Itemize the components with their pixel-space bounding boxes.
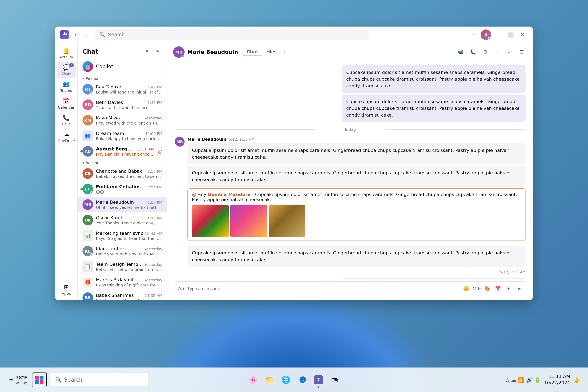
chat-item-oscar[interactable]: OK Oscar Krogh 11:02 AM You: Thanks! Hav… <box>78 212 167 228</box>
screen-share-button[interactable]: 🖥 <box>480 47 490 57</box>
tab-files[interactable]: Files <box>262 48 280 56</box>
systray-volume[interactable]: 🔊 <box>526 377 533 383</box>
taskbar-app-browser[interactable]: 🌐 <box>278 372 293 387</box>
format-button[interactable]: Aa <box>176 284 186 293</box>
chat-header: MB Marie Beaudouin Chat Files + 📹 📞 🖥 ⋯ … <box>168 43 533 61</box>
status-dot-ray <box>90 92 93 94</box>
systray: ∧ ☁ 📶 🔊 🔋 <box>506 377 541 383</box>
chat-item-ray[interactable]: RT Ray Tanaka 1:47 PM Louisa will send t… <box>78 82 167 97</box>
onedrive-icon: ☁ <box>64 131 69 138</box>
new-chat-button[interactable]: ✏ <box>153 47 162 56</box>
msg-avatar-m3: MB <box>175 137 184 146</box>
chat-preview-kian: Have you run this by Beth? Mak... <box>96 252 162 256</box>
taskbar-app-store[interactable]: 🛍 <box>328 372 342 387</box>
chat-preview-marketing: Kayo: So glad to hear that the r... <box>96 236 162 241</box>
search-input[interactable] <box>108 32 365 38</box>
tab-chat[interactable]: Chat <box>242 48 262 56</box>
taskbar-time[interactable]: 11:11 AM 10/22/2024 <box>544 374 570 386</box>
chat-item-marie[interactable]: MB Marie Beaudouin 1:00 PM Ohhh I see, y… <box>78 197 167 212</box>
msg-para-2: Cupcake ipsum dolor sit amet muffin sesa… <box>188 166 526 186</box>
chat-item-august[interactable]: AB August Bergman 11:18 AM Hey Daniela, … <box>78 144 167 159</box>
sidebar-item-teams[interactable]: 👥 Teams <box>56 79 76 95</box>
outgoing-messages-top: Cupcake ipsum dolor sit amet muffin sesa… <box>342 65 526 122</box>
more-options-button[interactable]: ⋯ <box>468 30 479 40</box>
chat-info-emiliano: Emiliano Ceballos 1:55 PM 😊😊 <box>96 184 162 194</box>
forward-button[interactable]: › <box>82 30 92 40</box>
sidebar-item-calendar[interactable]: 📅 Calendar <box>56 96 76 112</box>
chat-item-team-design[interactable]: 📋 Team Design Template Yesterday Reta: L… <box>78 259 167 274</box>
chat-list-header: Chat ≡ ✏ <box>78 43 167 58</box>
sidebar-item-chat[interactable]: 2 💬 Chat <box>56 62 76 78</box>
taskbar-search-label: Search <box>64 377 82 383</box>
chat-item-charlotte[interactable]: CB Charlotte and Babak 1:58 PM Babak: I … <box>78 166 167 181</box>
more-chat-options[interactable]: ⋯ <box>492 47 503 57</box>
close-button[interactable]: ✕ <box>517 30 528 40</box>
add-tab-button[interactable]: + <box>280 48 289 56</box>
chat-name-kian: Kian Lambert <box>96 246 126 251</box>
chat-item-marketing[interactable]: 📊 Marketing team sync 10:43 AM Kayo: So … <box>78 228 167 243</box>
chat-preview-beth: Thanks, that would be nice. <box>96 105 162 110</box>
chat-item-emiliano[interactable]: EC Emiliano Ceballos 1:55 PM 😊😊 <box>78 181 167 197</box>
user-avatar[interactable]: U <box>480 30 491 40</box>
chat-preview-emiliano: 😊😊 <box>96 190 162 194</box>
attach-button[interactable]: + <box>504 284 513 293</box>
chat-time-august: 11:18 AM <box>137 147 154 151</box>
weather-widget: ☀️ 78°F Sunny <box>8 375 27 384</box>
chat-name-dream: Dream team <box>96 131 124 136</box>
search-bar[interactable]: 🔍 <box>95 29 369 40</box>
filter-button[interactable]: ≡ <box>143 47 152 56</box>
systray-chevron[interactable]: ∧ <box>506 377 510 383</box>
maximize-button[interactable]: ⬜ <box>505 30 516 40</box>
systray-battery[interactable]: 🔋 <box>534 377 541 383</box>
avatar-kayo: KM <box>82 115 93 126</box>
sticker-button[interactable]: 🎨 <box>483 284 492 293</box>
sidebar-item-onedrive[interactable]: ☁ OneDrive <box>56 129 76 145</box>
chat-item-beth[interactable]: BD Beth Davies 1:43 PM Thanks, that woul… <box>78 97 167 112</box>
taskbar-search[interactable]: 🔍 Search <box>50 373 148 386</box>
chat-item-babak[interactable]: BS Babak Shammas 11:32 AM Yah, that soun… <box>78 290 167 300</box>
status-dot-kian <box>90 253 93 256</box>
send-button[interactable]: ➤ <box>515 284 524 293</box>
chat-item-kian[interactable]: KL Kian Lambert Yesterday Have you run t… <box>78 243 167 259</box>
chat-item-kayo[interactable]: KM Kayo Miwa Yesterday I reviewed with t… <box>78 112 167 128</box>
taskbar-app-teams[interactable]: T <box>311 372 326 387</box>
chat-item-dream[interactable]: 👥 Dream team 12:00 PM Erika: Happy to ha… <box>78 128 167 144</box>
chat-preview-ray: Louisa will send the initial list of... <box>96 90 162 94</box>
chat-name-marketing: Marketing team sync <box>96 231 143 236</box>
chat-item-maries-bday[interactable]: 🎁 Marie's B-day gift Yesterday I was thi… <box>78 274 167 290</box>
taskbar-search-icon: 🔍 <box>55 377 62 383</box>
sidebar-toggle-button[interactable]: ☰ <box>516 47 527 57</box>
popout-button[interactable]: ⤢ <box>504 47 515 57</box>
systray-onedrive[interactable]: ☁ <box>511 377 516 383</box>
start-button[interactable] <box>32 372 47 387</box>
chat-name-emiliano: Emiliano Ceballos <box>96 184 141 189</box>
notification-bell[interactable]: 🔔 <box>573 377 580 383</box>
video-call-button[interactable]: 📹 <box>455 47 466 57</box>
message-input[interactable] <box>187 286 460 291</box>
taskbar-app-media[interactable]: 🌸 <box>246 372 260 387</box>
taskbar-app-folder[interactable]: 📁 <box>262 372 277 387</box>
sidebar-item-activity[interactable]: 🔔 Activity <box>56 45 76 61</box>
sidebar-label-calendar: Calendar <box>58 105 74 110</box>
sidebar-more-button[interactable]: ⋯ <box>56 268 76 280</box>
date-display: 10/22/2024 <box>544 380 570 386</box>
emoji-button[interactable]: 😊 <box>462 284 470 293</box>
taskbar: ☀️ 78°F Sunny 🔍 Search 🌸 📁 🌐 T 🛍 <box>0 368 588 392</box>
meet-button[interactable]: 📅 <box>494 284 502 293</box>
gif-button[interactable]: GIF <box>472 284 481 293</box>
copilot-logo: 🤖 <box>82 61 93 72</box>
back-button[interactable]: ‹ <box>71 30 80 40</box>
taskbar-app-edge[interactable] <box>295 372 310 387</box>
chat-time-team-design: Yesterday <box>144 262 162 267</box>
minimize-button[interactable]: — <box>493 30 504 40</box>
systray-wifi[interactable]: 📶 <box>518 377 524 383</box>
sidebar-item-apps[interactable]: ⊞ Apps <box>56 282 76 298</box>
chat-info-maries-bday: Marie's B-day gift Yesterday I was think… <box>96 277 162 287</box>
chat-main: MB Marie Beaudouin Chat Files + 📹 📞 🖥 ⋯ … <box>168 43 533 300</box>
title-bar: ‹ › 🔍 ⋯ U — ⬜ ✕ <box>55 26 533 43</box>
copilot-item[interactable]: 🤖 Copilot <box>78 58 167 75</box>
sidebar-item-calls[interactable]: 📞 Calls <box>56 112 76 128</box>
sidebar-label-onedrive: OneDrive <box>58 139 75 143</box>
message-images <box>192 204 521 237</box>
audio-call-button[interactable]: 📞 <box>468 47 478 57</box>
